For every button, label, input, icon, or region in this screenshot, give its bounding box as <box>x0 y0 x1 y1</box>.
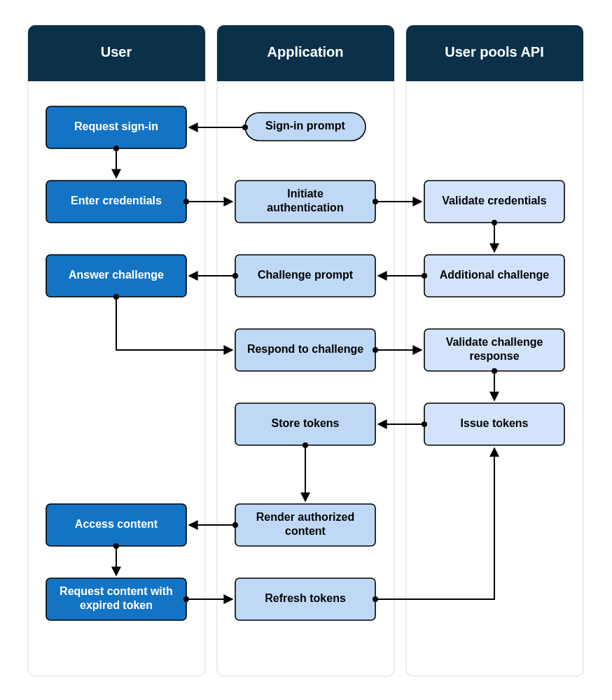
lane-user-title: User <box>101 44 132 59</box>
node-request-signin: Request sign-in <box>46 106 186 148</box>
svg-rect-5 <box>28 67 205 81</box>
render-authorized-content-label-1: Render authorized <box>256 511 354 523</box>
answer-challenge-label: Answer challenge <box>69 269 164 281</box>
node-request-expired-token: Request content with expired token <box>46 578 186 620</box>
respond-to-challenge-label: Respond to challenge <box>247 343 363 355</box>
node-sign-in-prompt: Sign-in prompt <box>245 113 366 141</box>
node-store-tokens: Store tokens <box>235 403 375 445</box>
node-additional-challenge: Additional challenge <box>424 255 564 297</box>
request-signin-label: Request sign-in <box>74 120 158 132</box>
node-initiate-auth: Initiate authentication <box>235 181 375 223</box>
request-expired-label-2: expired token <box>80 599 153 611</box>
node-render-authorized-content: Render authorized content <box>235 504 375 546</box>
lane-app-title: Application <box>267 44 344 59</box>
request-expired-label-1: Request content with <box>60 585 173 597</box>
node-issue-tokens: Issue tokens <box>424 403 564 445</box>
node-respond-to-challenge: Respond to challenge <box>235 329 375 371</box>
store-tokens-label: Store tokens <box>272 417 340 429</box>
svg-rect-11 <box>406 67 583 81</box>
lane-api-title: User pools API <box>445 44 544 59</box>
node-enter-credentials: Enter credentials <box>46 181 186 223</box>
validate-challenge-response-label-2: response <box>469 350 519 362</box>
validate-credentials-label: Validate credentials <box>442 195 547 206</box>
svg-rect-8 <box>217 67 394 81</box>
auth-flow-diagram: User Application User pools API Sign-in … <box>0 0 612 700</box>
enter-credentials-label: Enter credentials <box>71 195 162 206</box>
node-answer-challenge: Answer challenge <box>46 255 186 297</box>
access-content-label: Access content <box>75 518 158 530</box>
node-challenge-prompt: Challenge prompt <box>235 255 375 297</box>
additional-challenge-label: Additional challenge <box>440 269 550 281</box>
issue-tokens-label: Issue tokens <box>461 417 529 429</box>
validate-challenge-response-label-1: Validate challenge <box>446 336 543 348</box>
node-refresh-tokens: Refresh tokens <box>235 578 375 620</box>
node-validate-challenge-response: Validate challenge response <box>424 329 564 371</box>
initiate-auth-label-1: Initiate <box>287 188 324 200</box>
initiate-auth-label-2: authentication <box>267 202 343 214</box>
render-authorized-content-label-2: content <box>285 525 326 537</box>
node-validate-credentials: Validate credentials <box>424 181 564 223</box>
challenge-prompt-label: Challenge prompt <box>258 269 354 281</box>
sign-in-prompt-label: Sign-in prompt <box>265 120 345 132</box>
refresh-tokens-label: Refresh tokens <box>265 592 346 604</box>
node-access-content: Access content <box>46 504 186 546</box>
